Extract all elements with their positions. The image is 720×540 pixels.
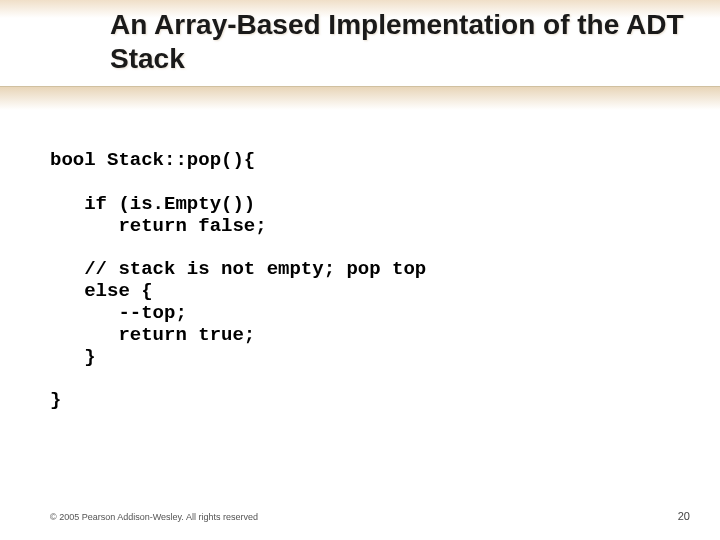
code-line: --top; [50,302,187,324]
title-underline [0,86,720,110]
slide-header: An Array-Based Implementation of the ADT… [0,0,720,110]
code-line: // stack is not empty; pop top [50,258,426,280]
code-line: } [50,389,61,411]
code-line: return true; [50,324,255,346]
code-line: return false; [50,215,267,237]
code-line: else { [50,280,153,302]
code-line: } [50,346,96,368]
footer-page-number: 20 [678,510,690,522]
code-line: bool Stack::pop(){ [50,149,255,171]
code-line: if (is.Empty()) [50,193,255,215]
footer-copyright: © 2005 Pearson Addison-Wesley. All right… [50,512,258,522]
slide-title: An Array-Based Implementation of the ADT… [110,8,720,75]
code-block: bool Stack::pop(){ if (is.Empty()) retur… [50,150,426,412]
